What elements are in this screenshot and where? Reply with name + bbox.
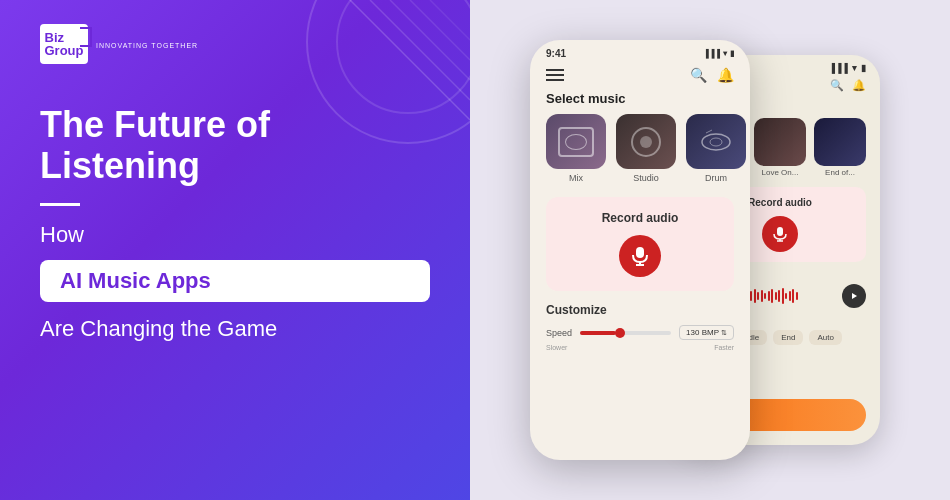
cat-drum[interactable]: Drum bbox=[686, 114, 746, 183]
logo-bracket bbox=[80, 27, 92, 47]
front-signal-icon: ▐▐▐ bbox=[703, 49, 720, 58]
faster-label: Faster bbox=[714, 344, 734, 351]
highlight-text: AI Music Apps bbox=[60, 268, 211, 293]
waveform-bar bbox=[778, 290, 780, 302]
how-text: How bbox=[40, 222, 430, 248]
pos-btn-auto[interactable]: Auto bbox=[809, 330, 841, 345]
slower-label: Slower bbox=[546, 344, 567, 351]
waveform-bar bbox=[764, 293, 766, 299]
back-record-title: Record audio bbox=[748, 197, 812, 208]
svg-line-1 bbox=[370, 0, 470, 100]
cat-thumb-drum-inner bbox=[686, 114, 746, 169]
right-panel: ▐▐▐ ▾ ▮ 🔍 🔔 ect music can't... Love On..… bbox=[470, 0, 950, 500]
front-status-icons: ▐▐▐ ▾ ▮ bbox=[703, 49, 734, 58]
svg-marker-8 bbox=[852, 293, 857, 299]
svg-line-2 bbox=[390, 0, 470, 80]
waveform-bar bbox=[771, 289, 773, 303]
record-button[interactable] bbox=[619, 235, 661, 277]
decoration-lines bbox=[290, 0, 470, 160]
customize-title: Customize bbox=[546, 303, 734, 317]
waveform-bar bbox=[782, 288, 784, 304]
record-title: Record audio bbox=[602, 211, 679, 225]
highlight-box: AI Music Apps bbox=[40, 260, 430, 302]
pos-btn-end[interactable]: End bbox=[773, 330, 803, 345]
waveform-bar bbox=[796, 292, 798, 300]
slider-thumb bbox=[615, 328, 625, 338]
cat-label-studio: Studio bbox=[633, 173, 659, 183]
drum-icon bbox=[698, 128, 734, 156]
back-cat-thumb-1 bbox=[754, 118, 806, 166]
back-cat-label-1: Love On... bbox=[762, 168, 799, 177]
svg-line-0 bbox=[350, 0, 470, 120]
waveform-bar bbox=[757, 292, 759, 300]
cat-mix[interactable]: Mix bbox=[546, 114, 606, 183]
back-wifi-icon: ▾ bbox=[852, 63, 857, 73]
back-bell-icon[interactable]: 🔔 bbox=[852, 79, 866, 92]
cat-label-mix: Mix bbox=[569, 173, 583, 183]
back-search-icon[interactable]: 🔍 bbox=[830, 79, 844, 92]
speed-value-box[interactable]: 130 BMP ⇅ bbox=[679, 325, 734, 340]
music-categories: Mix Studio bbox=[530, 114, 750, 183]
play-button-small[interactable] bbox=[842, 284, 866, 308]
phone-front: 9:41 ▐▐▐ ▾ ▮ 🔍 🔔 Select music bbox=[530, 40, 750, 460]
waveform-bar bbox=[792, 289, 794, 303]
speed-slider[interactable] bbox=[580, 331, 671, 335]
svg-line-3 bbox=[410, 0, 470, 60]
back-mic-icon bbox=[772, 226, 788, 242]
svg-line-11 bbox=[706, 130, 712, 133]
hamburger-line-2 bbox=[546, 74, 564, 76]
logo-box: Biz Group bbox=[40, 24, 88, 64]
speed-value: 130 BMP bbox=[686, 328, 719, 337]
waveform-bar bbox=[768, 291, 770, 301]
cat-thumb-studio bbox=[616, 114, 676, 169]
logo-group: Group bbox=[45, 44, 84, 57]
back-cat-item-2: End of... bbox=[814, 118, 866, 177]
speed-label: Speed bbox=[546, 328, 572, 338]
front-status-bar: 9:41 ▐▐▐ ▾ ▮ bbox=[530, 40, 750, 63]
customize-section: Customize Speed 130 BMP ⇅ Slower Faster bbox=[530, 303, 750, 351]
waveform-bar bbox=[785, 293, 787, 299]
search-icon[interactable]: 🔍 bbox=[690, 67, 707, 83]
front-battery-icon: ▮ bbox=[730, 49, 734, 58]
back-battery-icon: ▮ bbox=[861, 63, 866, 73]
svg-point-10 bbox=[710, 138, 722, 146]
waveform-bar bbox=[754, 289, 756, 303]
waveform-bar bbox=[789, 291, 791, 301]
drum-visual-mix bbox=[558, 127, 594, 157]
subtext: Are Changing the Game bbox=[40, 316, 430, 342]
cat-thumb-drum bbox=[686, 114, 746, 169]
headline-divider bbox=[40, 203, 80, 206]
speed-arrows: ⇅ bbox=[721, 329, 727, 337]
svg-rect-12 bbox=[636, 247, 644, 258]
logo-area: Biz Group INNOVATING TOGETHER bbox=[40, 24, 430, 64]
mic-icon bbox=[630, 246, 650, 266]
front-time: 9:41 bbox=[546, 48, 566, 59]
left-panel: Biz Group INNOVATING TOGETHER The Future… bbox=[0, 0, 470, 500]
cat-thumb-mix-inner bbox=[546, 114, 606, 169]
svg-point-9 bbox=[702, 134, 730, 150]
front-header: 🔍 🔔 bbox=[530, 63, 750, 91]
cat-thumb-mix bbox=[546, 114, 606, 169]
hamburger-line-3 bbox=[546, 79, 564, 81]
speed-row: Speed 130 BMP ⇅ bbox=[546, 325, 734, 340]
slider-fill bbox=[580, 331, 616, 335]
logo-tagline: INNOVATING TOGETHER bbox=[96, 40, 198, 49]
cat-label-drum: Drum bbox=[705, 173, 727, 183]
play-icon-small bbox=[850, 292, 858, 300]
bell-icon[interactable]: 🔔 bbox=[717, 67, 734, 83]
cat-thumb-studio-inner bbox=[616, 114, 676, 169]
back-signal-icon: ▐▐▐ bbox=[829, 63, 848, 73]
hamburger-line-1 bbox=[546, 69, 564, 71]
back-cat-thumb-2 bbox=[814, 118, 866, 166]
hamburger-icon[interactable] bbox=[546, 69, 564, 81]
front-wifi-icon: ▾ bbox=[723, 49, 727, 58]
speed-scale: Slower Faster bbox=[546, 344, 734, 351]
record-section: Record audio bbox=[546, 197, 734, 291]
cat-studio[interactable]: Studio bbox=[616, 114, 676, 183]
waveform-bar bbox=[761, 290, 763, 302]
waveform-bar bbox=[775, 292, 777, 300]
waveform-bar bbox=[750, 291, 752, 301]
back-cat-item-1: Love On... bbox=[754, 118, 806, 177]
svg-rect-5 bbox=[777, 227, 783, 236]
back-record-button[interactable] bbox=[762, 216, 798, 252]
